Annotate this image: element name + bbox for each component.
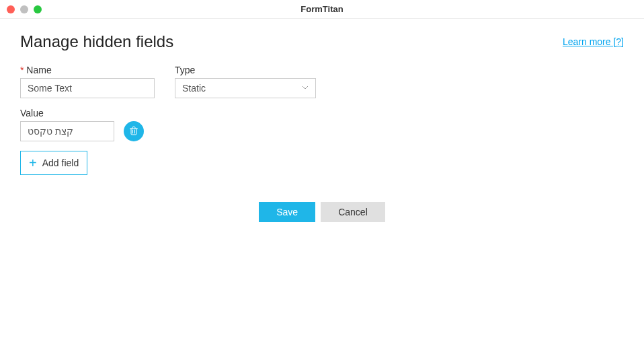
window-maximize-button[interactable] (34, 5, 42, 13)
footer-buttons: Save Cancel (20, 202, 624, 222)
window-close-button[interactable] (7, 5, 15, 13)
type-select[interactable]: Static (175, 78, 316, 98)
type-label: Type (175, 65, 316, 75)
traffic-lights (7, 5, 42, 13)
page-title: Manage hidden fields (20, 32, 173, 51)
name-label: * Name (20, 65, 155, 75)
trash-icon (129, 126, 138, 137)
content: Manage hidden fields Learn more [?] * Na… (0, 19, 644, 236)
cancel-button[interactable]: Cancel (321, 202, 385, 222)
value-field-group: Value (20, 108, 624, 141)
name-label-text: Name (26, 65, 51, 75)
value-row (20, 121, 624, 141)
type-field-group: Type Static (175, 65, 316, 98)
add-field-button[interactable]: + Add field (20, 151, 87, 175)
required-mark: * (20, 65, 24, 75)
save-button[interactable]: Save (259, 202, 315, 222)
add-field-label: Add field (42, 158, 79, 168)
plus-icon: + (29, 156, 37, 170)
titlebar: FormTitan (0, 0, 644, 19)
delete-button[interactable] (124, 121, 144, 141)
learn-more-link[interactable]: Learn more [?] (563, 36, 624, 47)
window-title: FormTitan (300, 4, 343, 14)
name-field-group: * Name (20, 65, 155, 98)
window-minimize-button[interactable] (20, 5, 28, 13)
value-input[interactable] (20, 121, 114, 141)
value-label: Value (20, 108, 624, 118)
type-select-wrap: Static (175, 78, 316, 98)
form-row-1: * Name Type Static (20, 65, 624, 98)
name-input[interactable] (20, 78, 155, 98)
header-row: Manage hidden fields Learn more [?] (20, 32, 624, 51)
